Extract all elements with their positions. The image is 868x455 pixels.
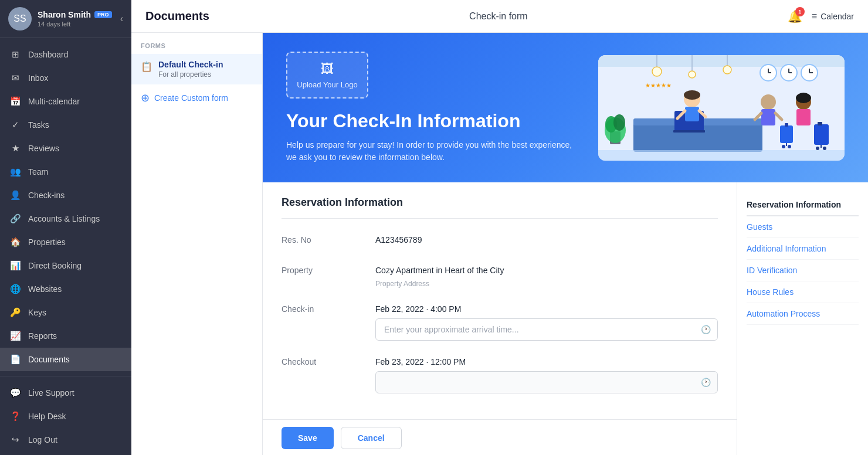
- right-sidebar-id-verification[interactable]: ID Verification: [747, 260, 859, 281]
- svg-rect-48: [598, 150, 845, 161]
- svg-point-38: [796, 93, 811, 103]
- svg-rect-21: [673, 130, 705, 133]
- sidebar-item-websites[interactable]: 🌐 Websites: [0, 277, 131, 301]
- form-item-icon: 📋: [141, 61, 152, 72]
- sidebar-item-reports[interactable]: 📈 Reports: [0, 324, 131, 348]
- logo-upload-box[interactable]: 🖼 Upload Your Logo: [286, 52, 368, 99]
- default-check-in-item[interactable]: 📋 Default Check-in For all properties: [131, 54, 262, 84]
- sidebar-item-multi-calendar[interactable]: 📅 Multi-calendar: [0, 90, 131, 113]
- cancel-button[interactable]: Cancel: [341, 427, 402, 449]
- forms-panel: FORMS 📋 Default Check-in For all propert…: [131, 33, 263, 455]
- checkins-icon: 👤: [9, 189, 21, 201]
- sidebar-item-direct-booking[interactable]: 📊 Direct Booking: [0, 254, 131, 277]
- svg-point-26: [684, 90, 700, 100]
- accounts-icon: 🔗: [9, 213, 21, 225]
- res-no-label: Res. No: [282, 230, 375, 249]
- topbar: Documents Check-in form 🔔 1 ≡ Calendar: [131, 0, 868, 33]
- svg-rect-23: [685, 107, 699, 121]
- sidebar-item-label: Log Out: [28, 435, 57, 444]
- sidebar-collapse-icon[interactable]: ‹: [120, 13, 123, 24]
- svg-point-43: [823, 147, 826, 150]
- sidebar-item-check-ins[interactable]: 👤 Check-ins: [0, 184, 131, 207]
- direct-booking-icon: 📊: [9, 260, 21, 271]
- create-custom-form-button[interactable]: ⊕ Create Custom form: [131, 84, 262, 111]
- svg-point-42: [816, 147, 819, 150]
- svg-rect-31: [780, 125, 793, 143]
- form-item-name: Default Check-in: [158, 60, 253, 69]
- sidebar-item-label: Check-ins: [28, 191, 65, 200]
- form-title: Check-in form: [469, 11, 528, 22]
- res-no-value: A123456789: [375, 230, 718, 249]
- sidebar-item-label: Live Support: [28, 388, 74, 398]
- calendar-label: Calendar: [820, 12, 854, 21]
- svg-point-35: [788, 145, 791, 148]
- dashboard-icon: ⊞: [9, 49, 21, 60]
- checkout-row: Checkout Feb 23, 2022 · 12:00 PM 🕐: [282, 352, 718, 393]
- save-button[interactable]: Save: [282, 427, 334, 449]
- sidebar-item-label: Tasks: [28, 120, 49, 130]
- property-address: Property Address: [375, 280, 718, 288]
- form-body: Reservation Information Res. No A1234567…: [263, 182, 868, 455]
- sidebar-item-label: Reports: [28, 331, 57, 341]
- svg-text:★★★★★: ★★★★★: [645, 82, 672, 89]
- tasks-icon: ✓: [9, 119, 21, 131]
- sidebar-item-properties[interactable]: 🏠 Properties: [0, 230, 131, 254]
- checkout-value: Feb 23, 2022 · 12:00 PM: [375, 352, 718, 371]
- property-value: Cozy Apartment in Heart of the City: [375, 261, 718, 280]
- sidebar-item-label: Properties: [28, 237, 66, 247]
- right-sidebar-automation-process[interactable]: Automation Process: [747, 303, 859, 325]
- properties-icon: 🏠: [9, 236, 21, 248]
- notification-bell[interactable]: 🔔 1: [788, 9, 802, 23]
- arrival-time-input[interactable]: [375, 318, 718, 341]
- svg-point-47: [613, 114, 625, 131]
- sidebar-item-accounts-listings[interactable]: 🔗 Accounts & Listings: [0, 207, 131, 230]
- live-support-icon: 💬: [9, 387, 21, 399]
- right-sidebar-additional-info[interactable]: Additional Information: [747, 238, 859, 260]
- reviews-icon: ★: [9, 142, 21, 154]
- sidebar-item-label: Help Desk: [28, 412, 66, 421]
- page-title: Documents: [145, 9, 209, 23]
- notification-badge: 1: [795, 7, 805, 16]
- right-sidebar-house-rules[interactable]: House Rules: [747, 281, 859, 303]
- sidebar-item-reviews[interactable]: ★ Reviews: [0, 137, 131, 160]
- sidebar-item-tasks[interactable]: ✓ Tasks: [0, 113, 131, 137]
- sidebar-item-log-out[interactable]: ↪ Log Out: [0, 428, 131, 451]
- check-in-value: Feb 22, 2022 · 4:00 PM: [375, 300, 718, 318]
- sidebar-user-profile[interactable]: SS Sharon Smith PRO 14 days left ‹: [0, 0, 131, 38]
- sidebar-item-dashboard[interactable]: ⊞ Dashboard: [0, 43, 131, 66]
- sidebar-item-label: Keys: [28, 308, 46, 317]
- sidebar-item-team[interactable]: 👥 Team: [0, 160, 131, 184]
- sidebar-item-documents[interactable]: 📄 Documents: [0, 348, 131, 371]
- reservation-form: Reservation Information Res. No A1234567…: [263, 182, 737, 419]
- svg-rect-28: [761, 109, 775, 125]
- svg-rect-32: [785, 123, 788, 127]
- sidebar-item-label: Documents: [28, 355, 70, 364]
- content-area: FORMS 📋 Default Check-in For all propert…: [131, 33, 868, 455]
- sidebar-item-live-support[interactable]: 💬 Live Support: [0, 381, 131, 405]
- hero-banner: 🖼 Upload Your Logo Your Check-In Informa…: [263, 33, 868, 182]
- create-form-icon: ⊕: [141, 91, 150, 104]
- calendar-button[interactable]: ≡ Calendar: [812, 11, 854, 22]
- departure-time-input[interactable]: [375, 371, 718, 393]
- sidebar-item-help-desk[interactable]: ❓ Help Desk: [0, 405, 131, 428]
- sidebar-item-keys[interactable]: 🔑 Keys: [0, 301, 131, 324]
- sidebar-bottom: 💬 Live Support ❓ Help Desk ↪ Log Out: [0, 376, 131, 455]
- property-row: Property Cozy Apartment in Heart of the …: [282, 261, 718, 288]
- sidebar-item-label: Websites: [28, 284, 62, 294]
- hero-description: Help us prepare for your stay! In order …: [286, 139, 579, 164]
- websites-icon: 🌐: [9, 283, 21, 295]
- sidebar: SS Sharon Smith PRO 14 days left ‹ ⊞ Das…: [0, 0, 131, 455]
- svg-point-7: [723, 66, 731, 74]
- svg-point-34: [782, 145, 785, 148]
- calendar-icon: 📅: [9, 96, 21, 107]
- sidebar-item-inbox[interactable]: ✉ Inbox: [0, 66, 131, 90]
- sidebar-item-label: Reviews: [28, 144, 59, 153]
- calendar-nav-icon: ≡: [812, 11, 817, 22]
- sidebar-item-label: Direct Booking: [28, 261, 82, 270]
- clock-icon-checkout: 🕐: [701, 378, 711, 387]
- sidebar-item-label: Team: [28, 167, 48, 176]
- right-sidebar-guests[interactable]: Guests: [747, 216, 859, 238]
- forms-section-label: FORMS: [131, 42, 262, 54]
- svg-point-3: [652, 67, 662, 76]
- reports-icon: 📈: [9, 330, 21, 342]
